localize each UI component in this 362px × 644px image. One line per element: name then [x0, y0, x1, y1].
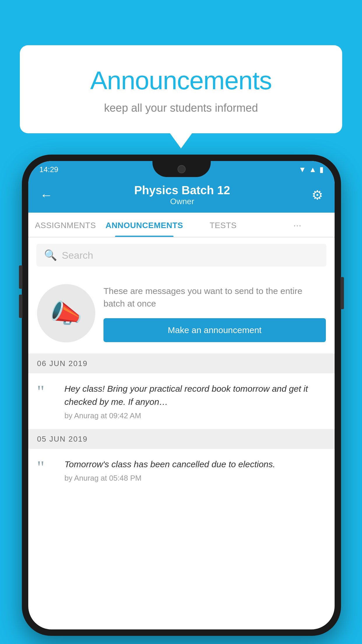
make-announcement-button[interactable]: Make an announcement	[103, 318, 326, 342]
search-bar-container: 🔍 Search	[28, 237, 335, 273]
announcement-content-1: Hey class! Bring your practical record b…	[64, 382, 326, 420]
announcement-content-2: Tomorrow's class has been cancelled due …	[64, 458, 326, 483]
search-placeholder: Search	[62, 250, 93, 261]
back-button[interactable]: ←	[40, 188, 53, 202]
search-icon: 🔍	[44, 249, 57, 261]
app-header-top: ← Physics Batch 12 Owner ⚙	[28, 178, 335, 213]
power-button[interactable]	[340, 277, 344, 309]
tab-more[interactable]: ⋯	[260, 213, 335, 237]
speech-bubble-card: Announcements keep all your students inf…	[20, 45, 342, 133]
front-camera	[178, 165, 186, 173]
cta-content: These are messages you want to send to t…	[103, 285, 326, 342]
status-time: 14:29	[39, 165, 58, 174]
announcement-subtitle: keep all your students informed	[37, 102, 325, 114]
announcement-meta-2: by Anurag at 05:48 PM	[64, 474, 326, 483]
tab-assignments[interactable]: ASSIGNMENTS	[28, 213, 103, 237]
announcement-text-2: Tomorrow's class has been cancelled due …	[64, 458, 326, 471]
batch-name: Physics Batch 12	[134, 184, 230, 197]
speech-bubble-section: Announcements keep all your students inf…	[20, 45, 342, 133]
volume-up-button[interactable]	[19, 265, 22, 289]
search-bar[interactable]: 🔍 Search	[36, 244, 326, 267]
date-divider-1: 06 JUN 2019	[28, 354, 335, 373]
announcement-title: Announcements	[37, 66, 325, 95]
announcement-item-1[interactable]: " Hey class! Bring your practical record…	[28, 373, 335, 429]
battery-icon: ▮	[319, 165, 324, 174]
phone-frame: 14:29 ▼ ▲ ▮ ← Physics Batch 12 Owner ⚙	[22, 155, 341, 636]
tab-tests[interactable]: TESTS	[186, 213, 260, 237]
phone-wrapper: 14:29 ▼ ▲ ▮ ← Physics Batch 12 Owner ⚙	[22, 155, 341, 636]
phone-notch	[152, 161, 211, 177]
announcement-item-2[interactable]: " Tomorrow's class has been cancelled du…	[28, 449, 335, 491]
cta-description: These are messages you want to send to t…	[103, 285, 326, 310]
wifi-icon: ▼	[299, 165, 306, 174]
announcement-text-1: Hey class! Bring your practical record b…	[64, 382, 326, 408]
tab-bar: ASSIGNMENTS ANNOUNCEMENTS TESTS ⋯	[28, 213, 335, 237]
signal-icon: ▲	[309, 165, 317, 174]
status-icons: ▼ ▲ ▮	[299, 165, 324, 174]
tab-announcements[interactable]: ANNOUNCEMENTS	[103, 213, 186, 237]
volume-down-button[interactable]	[19, 295, 22, 318]
announcement-meta-1: by Anurag at 09:42 AM	[64, 411, 326, 420]
header-title-group: Physics Batch 12 Owner	[134, 184, 230, 206]
phone-screen: ← Physics Batch 12 Owner ⚙ ASSIGNMENTS A…	[28, 161, 335, 629]
announcement-cta-section: 📣 These are messages you want to send to…	[28, 273, 335, 354]
megaphone-icon-circle: 📣	[37, 284, 95, 342]
user-role: Owner	[134, 197, 230, 206]
megaphone-icon: 📣	[50, 298, 82, 329]
quote-icon-2: "	[37, 458, 57, 475]
quote-icon-1: "	[37, 382, 57, 399]
date-divider-2: 05 JUN 2019	[28, 429, 335, 449]
settings-icon[interactable]: ⚙	[312, 188, 323, 202]
